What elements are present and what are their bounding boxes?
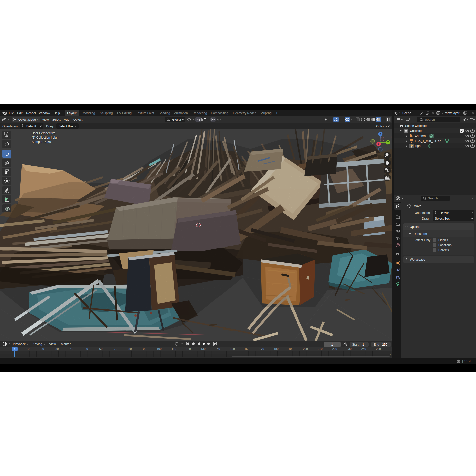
svg-text:Y: Y <box>387 141 389 144</box>
svg-text:Z: Z <box>380 133 381 135</box>
svg-text:X: X <box>378 143 380 146</box>
